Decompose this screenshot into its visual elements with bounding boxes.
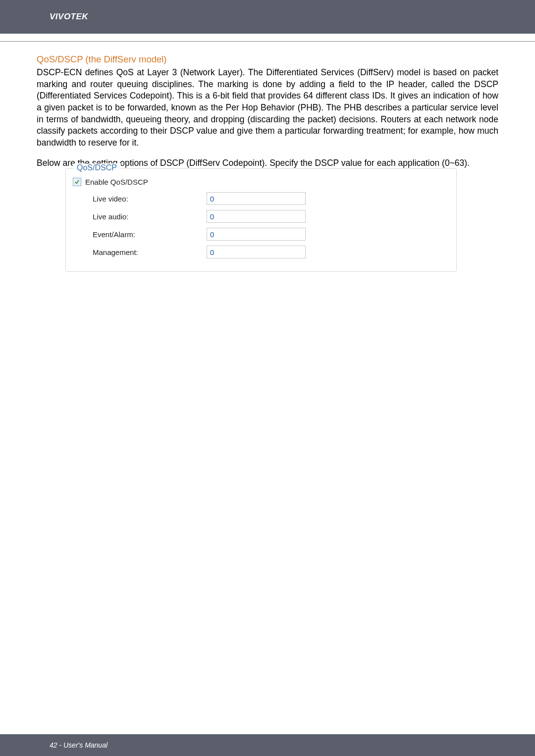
fieldset-legend: QoS/DSCP [73,163,121,172]
footer-text: 42 - User's Manual [50,741,107,749]
paragraph-1: DSCP-ECN defines QoS at Layer 3 (Network… [37,67,498,149]
live-video-row: Live video: [73,192,449,205]
check-icon [74,179,80,185]
live-video-label: Live video: [93,195,207,203]
live-video-input[interactable] [207,192,306,205]
page-header: VIVOTEK [0,0,535,34]
live-audio-input[interactable] [207,210,306,223]
event-alarm-row: Event/Alarm: [73,228,449,241]
brand-text: VIVOTEK [50,12,88,22]
enable-qos-label: Enable QoS/DSCP [85,178,148,186]
enable-qos-row[interactable]: Enable QoS/DSCP [73,178,449,186]
qos-dscp-fieldset: QoS/DSCP Enable QoS/DSCP Live video: Liv… [65,168,457,272]
content-area: QoS/DSCP (the DiffServ model) DSCP-ECN d… [0,42,535,272]
enable-qos-checkbox[interactable] [73,178,81,186]
section-title: QoS/DSCP (the DiffServ model) [37,54,498,65]
event-alarm-input[interactable] [207,228,306,241]
live-audio-label: Live audio: [93,212,207,221]
page-footer: 42 - User's Manual [0,734,535,756]
management-input[interactable] [207,246,306,258]
live-audio-row: Live audio: [73,210,449,223]
management-label: Management: [93,248,207,256]
event-alarm-label: Event/Alarm: [93,230,207,239]
management-row: Management: [73,246,449,258]
